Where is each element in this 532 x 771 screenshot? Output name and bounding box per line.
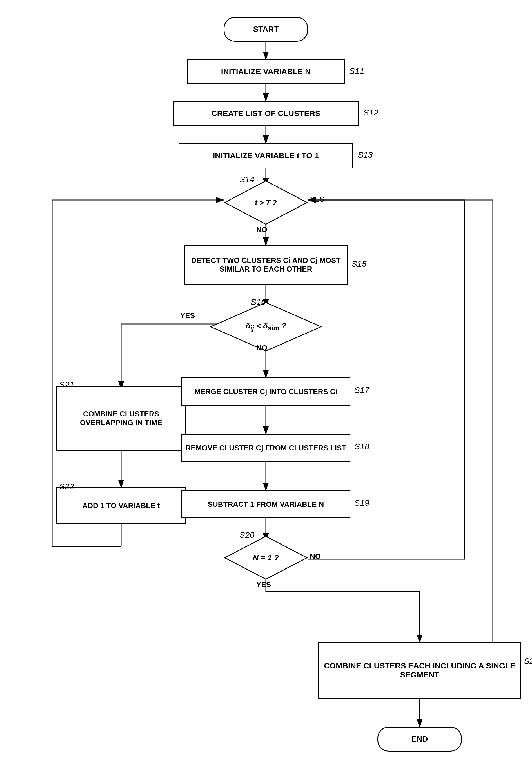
s20-step: S20 xyxy=(239,530,254,540)
s14-yes-label: YES xyxy=(310,195,324,204)
s16-no-label: NO xyxy=(256,344,267,352)
s22-node: ADD 1 TO VARIABLE t xyxy=(56,487,186,524)
start-node: START xyxy=(224,17,308,42)
s19-node: SUBTRACT 1 FROM VARIABLE N xyxy=(181,490,350,518)
flowchart: START INITIALIZE VARIABLE N S11 CREATE L… xyxy=(0,0,532,771)
start-label: START xyxy=(253,25,279,34)
s15-step: S15 xyxy=(351,259,366,269)
s14-diamond: t > T ? xyxy=(224,180,308,225)
s13-step: S13 xyxy=(358,150,373,160)
s15-node: DETECT TWO CLUSTERS Ci AND Cj MOST SIMIL… xyxy=(184,245,348,285)
s18-step: S18 xyxy=(354,442,369,451)
s12-label: CREATE LIST OF CLUSTERS xyxy=(212,109,320,118)
s19-label: SUBTRACT 1 FROM VARIABLE N xyxy=(206,498,326,511)
s11-step: S11 xyxy=(349,66,364,76)
s12-step: S12 xyxy=(363,108,378,117)
s21-label: COMBINE CLUSTERS OVERLAPPING IN TIME xyxy=(57,407,185,430)
s11-label: INITIALIZE VARIABLE N xyxy=(221,67,311,76)
s20-diamond: N = 1 ? xyxy=(224,535,308,580)
s14-no-label: NO xyxy=(256,225,267,234)
s16-step: S16 xyxy=(251,297,266,307)
s12-node: CREATE LIST OF CLUSTERS xyxy=(173,101,359,126)
s23-label: COMBINE CLUSTERS EACH INCLUDING A SINGLE… xyxy=(319,659,520,682)
s22-label: ADD 1 TO VARIABLE t xyxy=(80,499,163,513)
s23-node: COMBINE CLUSTERS EACH INCLUDING A SINGLE… xyxy=(318,642,521,699)
s20-label: N = 1 ? xyxy=(253,553,279,562)
s20-no-label: NO xyxy=(310,552,321,561)
s18-node: REMOVE CLUSTER Cj FROM CLUSTERS LIST xyxy=(181,434,350,462)
s15-label: DETECT TWO CLUSTERS Ci AND Cj MOST SIMIL… xyxy=(185,253,347,276)
s14-step: S14 xyxy=(239,175,254,184)
s18-label: REMOVE CLUSTER Cj FROM CLUSTERS LIST xyxy=(183,441,349,455)
s21-step: S21 xyxy=(59,380,74,389)
s11-node: INITIALIZE VARIABLE N xyxy=(187,59,345,84)
s13-label: INITIALIZE VARIABLE t TO 1 xyxy=(213,151,319,160)
s17-step: S17 xyxy=(354,385,369,395)
s17-node: MERGE CLUSTER Cj INTO CLUSTERS Ci xyxy=(181,377,350,406)
end-label: END xyxy=(411,735,428,744)
s23-step: S23 xyxy=(524,656,532,666)
s16-yes-label: YES xyxy=(180,311,195,320)
end-node: END xyxy=(377,727,462,752)
s19-step: S19 xyxy=(354,498,369,508)
s22-step: S22 xyxy=(59,482,74,491)
s20-yes-label: YES xyxy=(256,580,271,589)
s16-label: δij < δsim ? xyxy=(246,321,286,332)
s13-node: INITIALIZE VARIABLE t TO 1 xyxy=(179,143,353,168)
s17-label: MERGE CLUSTER Cj INTO CLUSTERS Ci xyxy=(192,385,340,398)
s14-label: t > T ? xyxy=(255,198,277,207)
s21-node: COMBINE CLUSTERS OVERLAPPING IN TIME xyxy=(56,386,186,451)
